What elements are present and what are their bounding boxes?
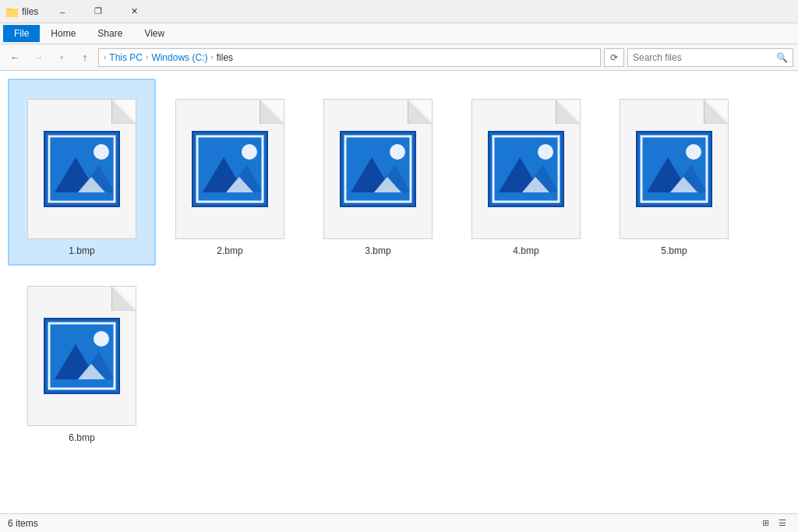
svg-rect-2 [6, 9, 18, 17]
ribbon-tabs: File Home Share View [0, 23, 798, 44]
svg-point-7 [94, 144, 109, 160]
file-thumbnail-3 [320, 97, 436, 241]
file-item-1[interactable]: 1.bmp [8, 79, 156, 266]
title-bar: files – ❐ ✕ [0, 0, 798, 23]
view-buttons: ⊞ ☰ [757, 516, 790, 531]
svg-point-36 [686, 144, 701, 160]
breadcrumb-sep1: › [146, 53, 148, 62]
doc-fold-4 [556, 100, 580, 123]
doc-shape-2 [175, 99, 284, 239]
doc-fold-2 [260, 100, 284, 123]
file-name-3: 3.bmp [365, 245, 390, 256]
file-thumbnail-2 [171, 97, 288, 241]
file-name-5: 5.bmp [661, 245, 687, 256]
file-area: 1.bmp [0, 71, 798, 513]
file-item-5[interactable]: 5.bmp [600, 79, 748, 266]
title-controls: – ❐ ✕ [44, 0, 152, 23]
forward-button[interactable]: → [28, 48, 48, 68]
file-item-2[interactable]: 2.bmp [156, 79, 304, 266]
main-content: 1.bmp [0, 71, 798, 513]
window-title: files [22, 6, 38, 17]
doc-shape-4 [471, 99, 581, 239]
search-icon: 🔍 [776, 52, 788, 63]
image-icon-1 [43, 130, 121, 208]
svg-point-22 [390, 144, 405, 160]
file-name-2: 2.bmp [217, 245, 242, 256]
breadcrumb-drive[interactable]: Windows (C:) [151, 52, 207, 63]
file-item-3[interactable]: 3.bmp [304, 79, 452, 266]
doc-fold-3 [408, 100, 432, 123]
svg-point-43 [94, 331, 109, 347]
doc-shape-1 [27, 99, 136, 239]
tab-file[interactable]: File [3, 25, 40, 42]
svg-point-15 [242, 144, 257, 160]
breadcrumb-sep2: › [210, 53, 213, 62]
doc-shape-5 [620, 99, 729, 239]
minimize-button[interactable]: – [44, 0, 80, 23]
doc-fold-6 [112, 287, 136, 310]
doc-shape-3 [323, 99, 433, 239]
address-path[interactable]: › This PC › Windows (C:) › files [98, 48, 601, 67]
image-icon-5 [635, 130, 713, 208]
address-bar: ← → ▾ ↑ › This PC › Windows (C:) › files… [0, 44, 798, 71]
file-thumbnail-5 [616, 97, 733, 241]
dropdown-button[interactable]: ▾ [51, 48, 72, 68]
file-name-4: 4.bmp [513, 245, 538, 256]
image-icon-2 [191, 130, 269, 208]
file-thumbnail-4 [468, 97, 584, 241]
file-name-6: 6.bmp [69, 432, 94, 443]
breadcrumb-arrow: › [104, 53, 106, 62]
image-icon-3 [339, 130, 417, 208]
tab-home[interactable]: Home [40, 25, 87, 42]
title-bar-icons: files [6, 5, 38, 18]
image-icon-6 [43, 317, 121, 395]
refresh-button[interactable]: ⟳ [604, 48, 624, 67]
breadcrumb-thispc[interactable]: This PC [109, 52, 143, 63]
list-view-button[interactable]: ☰ [775, 516, 790, 531]
doc-fold-5 [704, 100, 728, 123]
doc-fold-1 [112, 100, 136, 123]
svg-point-29 [538, 144, 553, 160]
back-button[interactable]: ← [5, 48, 25, 68]
maximize-button[interactable]: ❐ [80, 0, 116, 23]
tab-share[interactable]: Share [87, 25, 133, 42]
status-item-count: 6 items [8, 518, 38, 529]
tab-view[interactable]: View [133, 25, 175, 42]
file-thumbnail-6 [23, 284, 140, 428]
file-item-4[interactable]: 4.bmp [452, 79, 600, 266]
up-button[interactable]: ↑ [75, 48, 95, 68]
search-box[interactable]: 🔍 [627, 48, 793, 67]
file-name-1: 1.bmp [69, 245, 94, 256]
breadcrumb-current: files [217, 52, 233, 63]
search-input[interactable] [633, 52, 776, 63]
status-bar: 6 items ⊞ ☰ [0, 513, 798, 532]
close-button[interactable]: ✕ [116, 0, 152, 23]
file-thumbnail-1 [23, 97, 140, 241]
folder-icon [6, 5, 19, 18]
large-icons-view-button[interactable]: ⊞ [757, 516, 773, 531]
file-item-6[interactable]: 6.bmp [8, 266, 156, 453]
ribbon: File Home Share View [0, 23, 798, 44]
doc-shape-6 [27, 286, 136, 426]
image-icon-4 [487, 130, 565, 208]
